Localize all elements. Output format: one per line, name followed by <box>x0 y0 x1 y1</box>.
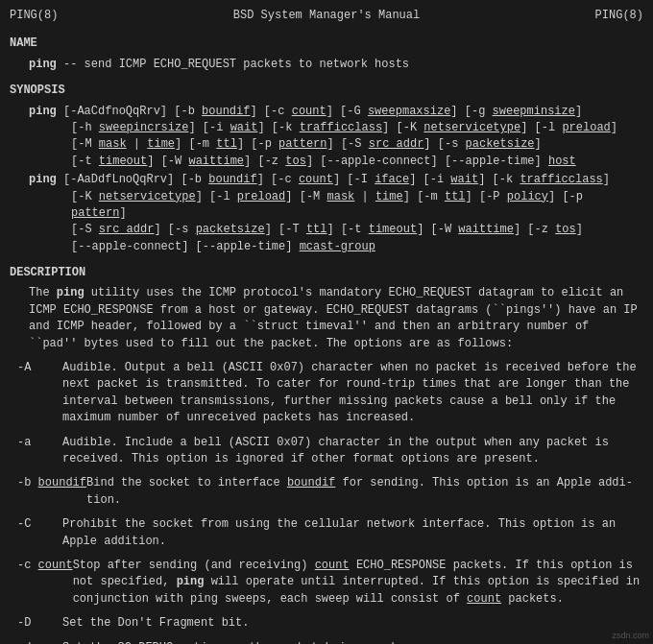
flag-D-label: -D <box>10 615 62 632</box>
synopsis-line-5: ping [-AaDdfLnoQqRrv] [-b boundif] [-c c… <box>29 172 643 188</box>
flag-b-entry: -b boundif Bind the socket to interface … <box>10 475 643 509</box>
description-heading: DESCRIPTION <box>10 265 643 281</box>
flag-a-label: -a <box>10 435 62 468</box>
description-para1: The ping utility uses the ICMP protocol'… <box>10 285 643 352</box>
flag-d-entry: -d Set the SO_DEBUG option on the socket… <box>10 640 643 645</box>
flag-d-label: -d <box>10 640 62 645</box>
synopsis-args-1: [-AaCdfnoQqRrv] [-b boundif] [-c count] … <box>63 105 582 118</box>
ping-bold-1: ping <box>29 105 57 118</box>
flag-b-desc: Bind the socket to interface boundif for… <box>86 475 643 509</box>
flag-a-entry: -a Audible. Include a bell (ASCII 0x07) … <box>10 435 643 468</box>
flag-d-desc: Set the SO_DEBUG option on the socket be… <box>62 640 643 645</box>
ping-command-bold: ping <box>29 58 57 71</box>
flag-a-desc: Audible. Include a bell (ASCII 0x07) cha… <box>62 435 643 468</box>
synopsis-line-6: [-K netservicetype] [-l preload] [-M mas… <box>29 189 643 223</box>
flag-D-desc: Set the Don't Fragment bit. <box>62 615 643 632</box>
synopsis-line-8: [--apple-connect] [--apple-time] mcast-g… <box>29 239 643 255</box>
header-center: BSD System Manager's Manual <box>233 8 420 24</box>
synopsis-line-4: [-t timeout] [-W waittime] [-z tos] [--a… <box>29 154 643 170</box>
flag-A-desc: Audible. Output a bell (ASCII 0x07) char… <box>62 360 643 427</box>
flag-A-label: -A <box>10 360 62 427</box>
synopsis-args-5: [-AaDdfLnoQqRrv] [-b boundif] [-c count]… <box>63 173 610 186</box>
manual-header: PING(8) BSD System Manager's Manual PING… <box>10 8 643 24</box>
synopsis-content: ping [-AaCdfnoQqRrv] [-b boundif] [-c co… <box>10 104 643 256</box>
header-left: PING(8) <box>10 8 58 24</box>
name-section: NAME ping -- send ICMP ECHO_REQUEST pack… <box>10 36 643 73</box>
synopsis-section: SYNOPSIS ping [-AaCdfnoQqRrv] [-b boundi… <box>10 83 643 255</box>
name-heading: NAME <box>10 36 643 52</box>
synopsis-heading: SYNOPSIS <box>10 83 643 99</box>
ping-bold-2: ping <box>29 173 57 186</box>
flag-C-desc: Prohibit the socket from using the cellu… <box>62 516 643 550</box>
ping-inline-bold: ping <box>57 286 85 299</box>
flag-C-label: -C <box>10 516 62 550</box>
name-description: -- send ICMP ECHO_REQUEST packets to net… <box>63 58 409 71</box>
flag-c-desc: Stop after sending (and receiving) count… <box>73 558 643 608</box>
description-section: DESCRIPTION The ping utility uses the IC… <box>10 265 643 644</box>
synopsis-line-1: ping [-AaCdfnoQqRrv] [-b boundif] [-c co… <box>29 104 643 120</box>
synopsis-line-3: [-M mask | time] [-m ttl] [-p pattern] [… <box>29 136 643 153</box>
header-right: PING(8) <box>595 8 643 24</box>
flag-c-label: -c count <box>10 558 73 608</box>
flag-A-entry: -A Audible. Output a bell (ASCII 0x07) c… <box>10 360 643 427</box>
synopsis-line-2: [-h sweepincrsize] [-i wait] [-k traffic… <box>29 120 643 136</box>
flag-c-entry: -c count Stop after sending (and receivi… <box>10 558 643 608</box>
synopsis-line-7: [-S src_addr] [-s packetsize] [-T ttl] [… <box>29 222 643 238</box>
watermark: zsdn.com <box>612 630 649 642</box>
flag-D-entry: -D Set the Don't Fragment bit. <box>10 615 643 632</box>
flag-b-label: -b boundif <box>10 475 86 509</box>
manual-page: PING(8) BSD System Manager's Manual PING… <box>10 8 643 644</box>
name-content: ping -- send ICMP ECHO_REQUEST packets t… <box>10 57 643 73</box>
flag-C-entry: -C Prohibit the socket from using the ce… <box>10 516 643 550</box>
